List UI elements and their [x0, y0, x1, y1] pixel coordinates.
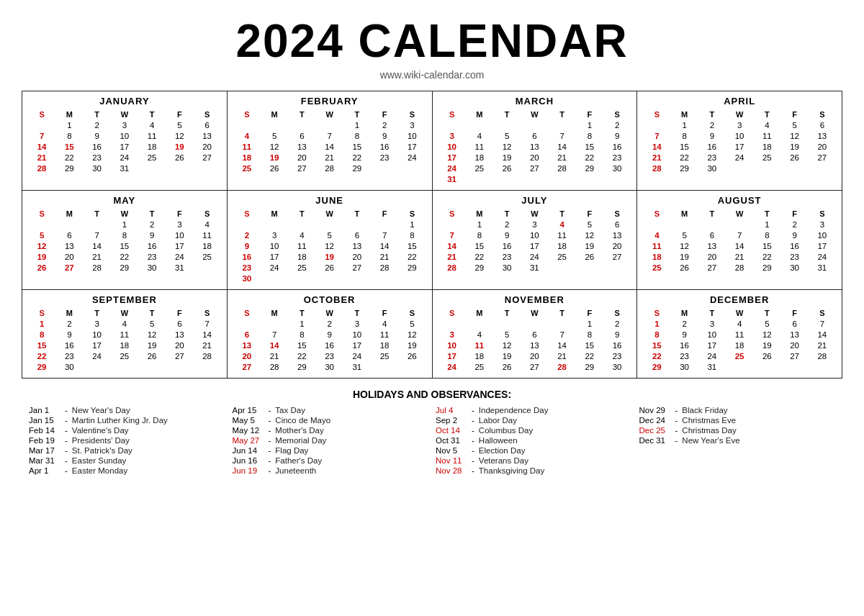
calendar-day: 6: [603, 219, 631, 230]
holiday-row: Mar 17-St. Patrick's Day: [29, 446, 225, 455]
calendar-day: 19: [576, 240, 603, 251]
calendar-day: 23: [671, 350, 698, 361]
calendar-day: 20: [343, 251, 371, 262]
calendar-day: 11: [233, 141, 261, 152]
calendar-day: 7: [643, 130, 670, 141]
calendar-day: 10: [343, 329, 371, 340]
calendar-day: 28: [84, 262, 111, 273]
calendar-day: 16: [603, 141, 631, 152]
month-name: DECEMBER: [643, 294, 836, 305]
calendar-day: 22: [343, 152, 371, 163]
calendar-day: 11: [643, 240, 670, 251]
holiday-row: Mar 31-Easter Sunday: [29, 456, 225, 465]
calendar-day: 14: [316, 141, 343, 152]
calendar-day: 7: [438, 230, 466, 240]
day-header: F: [166, 308, 193, 318]
day-header: S: [233, 209, 261, 219]
calendar-day: 8: [466, 230, 493, 240]
calendar-day: 16: [698, 141, 726, 152]
day-header: F: [576, 109, 603, 119]
calendar-day: [261, 273, 288, 284]
month-block-october: OCTOBERSMTWTFS12345678910111213141516171…: [228, 290, 433, 379]
calendar-day: 12: [493, 340, 521, 350]
calendar-day: 7: [194, 318, 221, 329]
calendar-day: 23: [371, 152, 398, 163]
calendar-day: 23: [781, 251, 809, 262]
day-header: T: [138, 308, 166, 318]
calendar-day: 30: [233, 273, 261, 284]
calendar-day: 24: [166, 251, 193, 262]
calendar-day: 28: [726, 262, 753, 273]
month-table: SMTWTFS123456789101112131415161718192021…: [233, 209, 426, 284]
day-header: M: [466, 209, 493, 219]
calendar-day: 30: [603, 361, 631, 372]
calendar-day: 9: [316, 329, 343, 340]
calendar-day: 6: [194, 119, 221, 130]
calendar-day: 2: [781, 219, 809, 230]
day-header: T: [288, 308, 315, 318]
calendar-day: 24: [726, 152, 753, 163]
day-header: S: [809, 109, 836, 119]
calendar-day: [753, 361, 780, 372]
calendar-day: 14: [84, 240, 111, 251]
calendar-day: 9: [233, 240, 261, 251]
calendar-day: 8: [288, 329, 315, 340]
calendar-day: 15: [343, 141, 371, 152]
holiday-row: Nov 11-Veterans Day: [436, 456, 632, 465]
month-name: JANUARY: [28, 96, 221, 107]
calendar-day: 22: [671, 152, 698, 163]
calendar-day: 16: [55, 340, 83, 350]
holiday-dash: -: [65, 436, 68, 445]
holiday-name: Easter Sunday: [72, 456, 126, 465]
day-header: T: [493, 109, 521, 119]
calendar-day: 25: [111, 350, 138, 361]
holiday-name: Tax Day: [275, 406, 305, 415]
calendar-day: 3: [84, 318, 111, 329]
month-name: JUNE: [233, 195, 426, 206]
calendar-day: 26: [493, 361, 521, 372]
day-header: W: [726, 308, 753, 318]
day-header: M: [55, 109, 83, 119]
calendar-day: 22: [28, 350, 55, 361]
day-header: M: [671, 209, 698, 219]
day-header: T: [138, 109, 166, 119]
holiday-dash: -: [65, 456, 68, 465]
holiday-date: Jul 4: [436, 406, 467, 415]
calendar-day: 29: [576, 163, 603, 173]
holiday-date: Oct 31: [436, 436, 467, 445]
calendar-day: 6: [809, 119, 836, 130]
calendar-day: 27: [781, 350, 809, 361]
calendar-day: 18: [233, 152, 261, 163]
calendar-day: 11: [138, 130, 166, 141]
calendar-day: 16: [233, 251, 261, 262]
calendar-day: 24: [398, 152, 426, 163]
calendar-day: 9: [603, 130, 631, 141]
calendar-day: [194, 361, 221, 372]
calendar-day: [371, 219, 398, 230]
holiday-date: Jan 15: [29, 416, 60, 425]
calendar-day: 3: [521, 219, 548, 230]
holiday-dash: -: [675, 436, 678, 445]
calendar-day: 5: [671, 230, 698, 240]
calendar-day: 27: [194, 152, 221, 163]
holiday-date: Nov 5: [436, 446, 467, 455]
calendar-day: 23: [138, 251, 166, 262]
month-block-february: FEBRUARYSMTWTFS1234567891011121314151617…: [228, 91, 433, 191]
calendar-day: 13: [698, 240, 726, 251]
day-header: M: [261, 308, 288, 318]
calendar-day: 26: [576, 251, 603, 262]
holiday-row: Apr 1-Easter Monday: [29, 466, 225, 475]
holiday-dash: -: [675, 426, 678, 435]
calendar-day: 22: [55, 152, 83, 163]
calendar-day: 6: [288, 130, 315, 141]
calendar-day: 18: [194, 240, 221, 251]
calendar-day: 26: [28, 262, 55, 273]
day-header: W: [521, 308, 548, 318]
holiday-date: May 27: [233, 436, 264, 445]
calendar-day: 31: [438, 173, 466, 184]
month-table: SMTWTFS123456789101112131415161718192021…: [643, 109, 836, 173]
calendar-day: 3: [166, 219, 193, 230]
calendar-day: [698, 219, 726, 230]
calendar-day: 26: [398, 350, 426, 361]
calendar-day: 8: [576, 130, 603, 141]
